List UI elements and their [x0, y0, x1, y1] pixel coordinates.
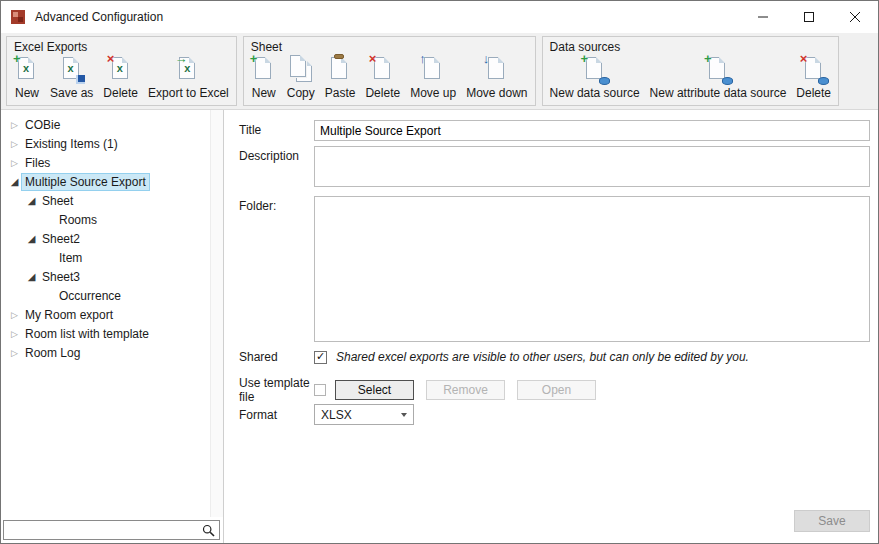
format-label: Format: [224, 408, 314, 422]
format-dropdown[interactable]: XLSX: [314, 404, 414, 425]
save-excel-export-icon: x: [59, 56, 85, 83]
tree-scrollbar[interactable]: [210, 110, 223, 517]
minimize-icon: [758, 12, 768, 22]
tree-item-occurrence[interactable]: Occurrence: [1, 286, 210, 305]
tree-item-label: Files: [22, 155, 53, 171]
chevron-expanded-icon[interactable]: ◢: [24, 195, 39, 206]
chevron-collapsed-icon[interactable]: ▷: [7, 120, 22, 130]
chevron-collapsed-icon[interactable]: ▷: [7, 139, 22, 149]
chevron-expanded-icon[interactable]: ◢: [24, 233, 39, 244]
export-to-excel-icon: x→: [175, 56, 201, 83]
tree-item-label: Item: [56, 250, 85, 266]
description-input[interactable]: [314, 146, 870, 187]
use-template-label: Use template file: [224, 376, 314, 404]
search-input[interactable]: [4, 522, 200, 538]
maximize-icon: [804, 12, 814, 22]
remove-button[interactable]: Remove: [426, 380, 505, 400]
tree-item-room-list-with-template[interactable]: ▷Room list with template: [1, 324, 210, 343]
toolbar-button-sheet-copy[interactable]: Copy: [282, 54, 320, 104]
toolbar-button-data-sources-delete[interactable]: ×Delete: [791, 54, 836, 104]
minimize-button[interactable]: [740, 1, 786, 33]
tree-item-label: Existing Items (1): [22, 136, 121, 152]
new-sheet-icon: +: [251, 56, 277, 83]
window-title: Advanced Configuration: [35, 10, 163, 24]
toolbar-button-sheet-delete[interactable]: ×Delete: [360, 54, 405, 104]
chevron-collapsed-icon[interactable]: ▷: [7, 329, 22, 339]
toolbar-button-excel-exports-save-as[interactable]: xSave as: [45, 54, 98, 104]
shared-hint: Shared excel exports are visible to othe…: [336, 350, 749, 364]
toolbar-button-label: New: [252, 86, 276, 100]
search-icon[interactable]: [200, 524, 219, 537]
format-value: XLSX: [321, 408, 401, 422]
close-icon: [850, 12, 860, 22]
tree-item-multiple-source-export[interactable]: ◢Multiple Source Export: [1, 172, 210, 191]
open-button[interactable]: Open: [517, 380, 596, 400]
toolbar-button-sheet-move-down[interactable]: ↓Move down: [461, 54, 532, 104]
toolbar-button-data-sources-new-data-source[interactable]: +New data source: [545, 54, 645, 104]
tree-item-item[interactable]: Item: [1, 248, 210, 267]
toolbar-button-label: Export to Excel: [148, 86, 229, 100]
chevron-expanded-icon[interactable]: ◢: [24, 271, 39, 282]
shared-checkbox[interactable]: [314, 351, 327, 364]
tree-item-label: Sheet: [39, 193, 76, 209]
chevron-collapsed-icon[interactable]: ▷: [7, 348, 22, 358]
tree-search-box: [3, 520, 220, 540]
toolbar-button-label: Delete: [365, 86, 400, 100]
maximize-button[interactable]: [786, 1, 832, 33]
toolbar-button-label: Save as: [50, 86, 93, 100]
toolbar-button-excel-exports-delete[interactable]: x×Delete: [98, 54, 143, 104]
app-icon: [10, 9, 26, 25]
titlebar: Advanced Configuration: [1, 1, 878, 33]
toolbar-button-sheet-paste[interactable]: Paste: [320, 54, 361, 104]
tree-item-files[interactable]: ▷Files: [1, 153, 210, 172]
use-template-checkbox[interactable]: [314, 384, 326, 396]
toolbar-button-label: Move down: [466, 86, 527, 100]
tree-item-my-room-export[interactable]: ▷My Room export: [1, 305, 210, 324]
toolbar-button-sheet-move-up[interactable]: ↑Move up: [405, 54, 461, 104]
title-input[interactable]: [314, 120, 870, 141]
tree-item-existing-items-1[interactable]: ▷Existing Items (1): [1, 134, 210, 153]
toolbar-button-label: Delete: [796, 86, 831, 100]
delete-data-source-icon: ×: [801, 56, 827, 83]
window-controls: [740, 1, 878, 33]
tree-item-sheet[interactable]: ◢Sheet: [1, 191, 210, 210]
tree-item-label: Sheet3: [39, 269, 83, 285]
chevron-expanded-icon[interactable]: ◢: [7, 176, 22, 187]
tree-item-label: Room Log: [22, 345, 83, 361]
title-row: Title: [224, 120, 878, 141]
chevron-collapsed-icon[interactable]: ▷: [7, 158, 22, 168]
toolbar-button-excel-exports-export-to-excel[interactable]: x→Export to Excel: [143, 54, 234, 104]
toolbar-button-sheet-new[interactable]: +New: [246, 54, 282, 104]
toolbar-group-data-sources: Data sources+New data source+New attribu…: [542, 36, 839, 106]
advanced-configuration-window: Advanced Configuration Excel Exportsx+Ne…: [0, 0, 879, 544]
toolbar-button-label: New attribute data source: [650, 86, 787, 100]
description-label: Description: [224, 146, 314, 187]
toolbar-group-title: Data sources: [545, 38, 836, 54]
new-attribute-data-source-icon: +: [705, 56, 731, 83]
tree-item-sheet3[interactable]: ◢Sheet3: [1, 267, 210, 286]
toolbar: Excel Exportsx+NewxSave asx×Deletex→Expo…: [1, 33, 878, 110]
chevron-down-icon: [401, 413, 407, 417]
shared-label: Shared: [224, 350, 314, 364]
paste-sheet-icon: [327, 56, 353, 83]
chevron-collapsed-icon[interactable]: ▷: [7, 310, 22, 320]
folder-label: Folder:: [224, 196, 314, 342]
tree-item-rooms[interactable]: Rooms: [1, 210, 210, 229]
tree-item-room-log[interactable]: ▷Room Log: [1, 343, 210, 362]
format-row: Format XLSX: [224, 404, 878, 425]
select-button[interactable]: Select: [335, 380, 414, 400]
tree-item-label: Sheet2: [39, 231, 83, 247]
close-button[interactable]: [832, 1, 878, 33]
export-tree: ▷COBie▷Existing Items (1)▷Files◢Multiple…: [1, 110, 210, 518]
toolbar-button-excel-exports-new[interactable]: x+New: [9, 54, 45, 104]
toolbar-button-data-sources-new-attribute-data-source[interactable]: +New attribute data source: [645, 54, 792, 104]
tree-item-label: COBie: [22, 117, 63, 133]
folder-input[interactable]: [314, 196, 870, 342]
toolbar-group-sheet: Sheet+NewCopyPaste×Delete↑Move up↓Move d…: [243, 36, 536, 106]
save-button[interactable]: Save: [794, 510, 870, 532]
tree-panel: ▷COBie▷Existing Items (1)▷Files◢Multiple…: [1, 110, 224, 543]
toolbar-button-label: Move up: [410, 86, 456, 100]
tree-item-cobie[interactable]: ▷COBie: [1, 115, 210, 134]
new-excel-export-icon: x+: [14, 56, 40, 83]
tree-item-sheet2[interactable]: ◢Sheet2: [1, 229, 210, 248]
